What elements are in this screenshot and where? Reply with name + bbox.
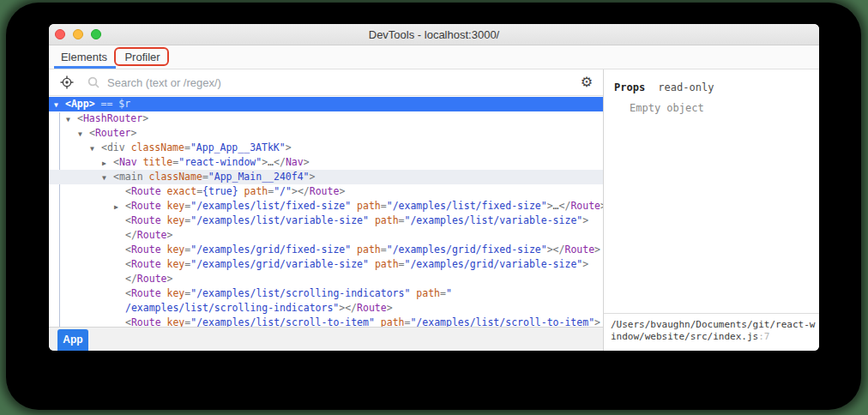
tab-bar: Elements Profiler (49, 45, 819, 69)
title-bar: DevTools - localhost:3000/ (49, 24, 819, 45)
tree-row[interactable]: ▼<div className="App_App__3ATkK"> (49, 141, 603, 155)
search-toolbar: ⚙ (49, 69, 603, 96)
component-tree: ▼<App> == $r▼<HashRouter>▼<Router>▼<div … (49, 96, 603, 327)
tree-row[interactable]: ▼<App> == $r (49, 97, 603, 111)
tree-row[interactable]: <Route key="/examples/list/variable-size… (49, 214, 603, 228)
tab-profiler[interactable]: Profiler (123, 45, 162, 69)
source-path: /Users/bvaughn/Documents/git/react-windo… (611, 319, 815, 342)
window-title: DevTools - localhost:3000/ (49, 24, 819, 45)
props-pane: Props read-only Empty object /Users/bvau… (604, 69, 819, 351)
source-location: /Users/bvaughn/Documents/git/react-windo… (604, 313, 819, 351)
tree-row[interactable]: </Route> (49, 272, 603, 286)
active-tab-underline (54, 66, 116, 69)
collapse-arrow-icon[interactable]: ▼ (90, 141, 101, 156)
props-readonly-label: read-only (658, 81, 714, 93)
main-region: ⚙ ▼<App> == $r▼<HashRouter>▼<Router>▼<di… (49, 69, 819, 351)
collapse-arrow-icon[interactable]: ▼ (78, 127, 89, 141)
settings-gear-icon[interactable]: ⚙ (581, 75, 593, 89)
collapse-arrow-icon[interactable]: ▼ (66, 112, 77, 127)
tree-row[interactable]: ▶<Route key="/examples/list/fixed-size" … (49, 199, 603, 214)
tree-row[interactable]: <Route exact={true} path="/"></Route> (49, 184, 603, 199)
tab-elements[interactable]: Elements (56, 45, 112, 69)
tree-row[interactable]: ▼<main className="App_Main__240f4"> (49, 170, 603, 184)
props-empty-object: Empty object (604, 93, 819, 114)
tree-row[interactable]: <Route key="/examples/list/scrolling-ind… (49, 286, 603, 301)
source-line-number: :7 (758, 331, 769, 342)
props-title: Props (614, 81, 645, 93)
tree-row[interactable]: ▼<Router> (49, 126, 603, 141)
tree-row[interactable]: <Route key="/examples/list/scroll-to-ite… (49, 316, 603, 327)
search-input[interactable] (107, 76, 581, 89)
tree-row[interactable]: <Route key="/examples/grid/fixed-size" p… (49, 243, 603, 257)
collapse-arrow-icon[interactable]: ▼ (102, 171, 113, 185)
props-header: Props read-only (604, 69, 819, 93)
collapse-arrow-icon[interactable]: ▼ (54, 98, 65, 112)
devtools-window: DevTools - localhost:3000/ Elements Prof… (49, 24, 819, 351)
inspect-element-icon[interactable] (59, 75, 75, 90)
tree-row[interactable]: ▼<HashRouter> (49, 111, 603, 126)
expand-arrow-icon[interactable]: ▶ (102, 156, 113, 171)
tree-row[interactable]: ▶<Nav title="react-window">…</Nav> (49, 155, 603, 170)
owner-badge-app[interactable]: App (57, 329, 88, 351)
search-icon (87, 75, 100, 89)
tree-row[interactable]: <Route key="/examples/grid/variable-size… (49, 257, 603, 272)
tree-row[interactable]: </Route> (49, 228, 603, 243)
owners-bar: App (49, 327, 603, 351)
tree-row[interactable]: /examples/list/scrolling-indicators"></R… (49, 301, 603, 316)
expand-arrow-icon[interactable]: ▶ (114, 200, 125, 214)
elements-pane: ⚙ ▼<App> == $r▼<HashRouter>▼<Router>▼<di… (49, 69, 603, 351)
